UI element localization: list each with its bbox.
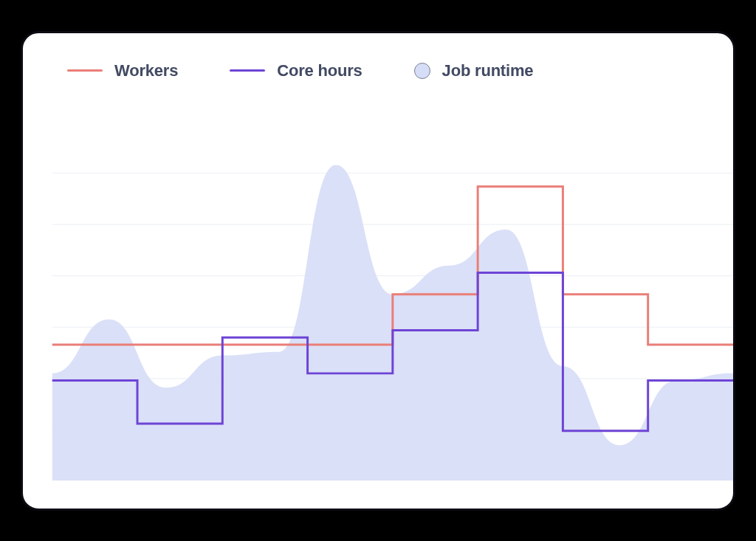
legend-swatch-core-hours (230, 69, 265, 72)
chart-svg (23, 122, 733, 481)
legend-item-core-hours: Core hours (230, 61, 362, 80)
chart-panel: Workers Core hours Job runtime (21, 31, 735, 511)
legend: Workers Core hours Job runtime (23, 33, 733, 80)
legend-item-runtime: Job runtime (414, 61, 534, 80)
legend-swatch-workers (67, 69, 103, 72)
legend-label-runtime: Job runtime (442, 61, 534, 80)
legend-label-core-hours: Core hours (277, 61, 362, 80)
legend-item-workers: Workers (67, 61, 178, 80)
legend-swatch-runtime (414, 63, 430, 79)
legend-label-workers: Workers (114, 61, 178, 80)
